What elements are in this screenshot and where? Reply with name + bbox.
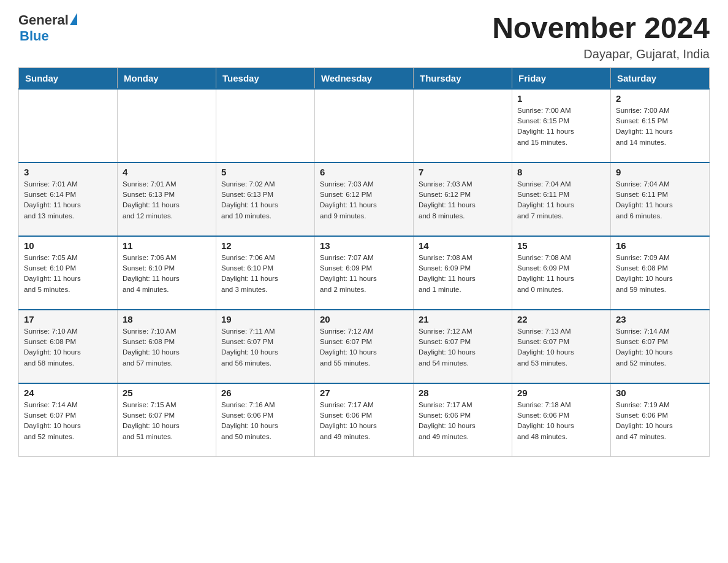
calendar-row: 24Sunrise: 7:14 AMSunset: 6:07 PMDayligh…	[19, 383, 710, 457]
weekday-header-friday: Friday	[512, 67, 611, 89]
day-info: Sunrise: 7:08 AMSunset: 6:09 PMDaylight:…	[517, 253, 605, 295]
calendar-cell: 26Sunrise: 7:16 AMSunset: 6:06 PMDayligh…	[216, 383, 315, 457]
day-number: 15	[517, 240, 605, 251]
day-info: Sunrise: 7:00 AMSunset: 6:15 PMDaylight:…	[616, 105, 704, 148]
day-number: 29	[517, 388, 605, 398]
day-number: 16	[616, 240, 704, 251]
day-info: Sunrise: 7:01 AMSunset: 6:13 PMDaylight:…	[123, 179, 211, 221]
weekday-header-tuesday: Tuesday	[216, 67, 315, 89]
day-info: Sunrise: 7:01 AMSunset: 6:14 PMDaylight:…	[24, 179, 112, 221]
day-number: 23	[616, 314, 704, 324]
logo: General Blue	[18, 12, 77, 44]
calendar-cell: 17Sunrise: 7:10 AMSunset: 6:08 PMDayligh…	[19, 310, 118, 383]
weekday-row: SundayMondayTuesdayWednesdayThursdayFrid…	[19, 67, 710, 89]
calendar-cell: 11Sunrise: 7:06 AMSunset: 6:10 PMDayligh…	[118, 236, 216, 310]
day-number: 6	[320, 167, 408, 177]
day-number: 26	[221, 388, 309, 398]
logo-blue-text: Blue	[20, 28, 49, 44]
day-info: Sunrise: 7:03 AMSunset: 6:12 PMDaylight:…	[320, 179, 408, 221]
location-text: Dayapar, Gujarat, India	[492, 47, 710, 61]
day-number: 30	[616, 388, 704, 398]
calendar-cell: 30Sunrise: 7:19 AMSunset: 6:06 PMDayligh…	[611, 383, 710, 457]
day-number: 14	[419, 240, 507, 251]
calendar-table: SundayMondayTuesdayWednesdayThursdayFrid…	[18, 67, 710, 458]
calendar-cell: 7Sunrise: 7:03 AMSunset: 6:12 PMDaylight…	[414, 163, 512, 236]
calendar-cell: 22Sunrise: 7:13 AMSunset: 6:07 PMDayligh…	[512, 310, 611, 383]
day-info: Sunrise: 7:14 AMSunset: 6:07 PMDaylight:…	[24, 400, 112, 442]
calendar-cell: 15Sunrise: 7:08 AMSunset: 6:09 PMDayligh…	[512, 236, 611, 310]
calendar-cell: 18Sunrise: 7:10 AMSunset: 6:08 PMDayligh…	[118, 310, 216, 383]
calendar-row: 1Sunrise: 7:00 AMSunset: 6:15 PMDaylight…	[19, 89, 710, 163]
calendar-cell	[216, 89, 315, 163]
day-number: 8	[517, 167, 605, 177]
calendar-body: 1Sunrise: 7:00 AMSunset: 6:15 PMDaylight…	[19, 89, 710, 457]
weekday-header-thursday: Thursday	[414, 67, 512, 89]
day-number: 20	[320, 314, 408, 324]
page-header: General Blue November 2024 Dayapar, Guja…	[18, 12, 710, 61]
day-number: 25	[123, 388, 211, 398]
calendar-cell: 5Sunrise: 7:02 AMSunset: 6:13 PMDaylight…	[216, 163, 315, 236]
day-number: 10	[24, 240, 112, 251]
day-number: 21	[419, 314, 507, 324]
day-number: 28	[419, 388, 507, 398]
day-number: 22	[517, 314, 605, 324]
calendar-cell	[414, 89, 512, 163]
logo-general-text: General	[18, 12, 69, 28]
calendar-cell: 19Sunrise: 7:11 AMSunset: 6:07 PMDayligh…	[216, 310, 315, 383]
day-info: Sunrise: 7:10 AMSunset: 6:08 PMDaylight:…	[123, 326, 211, 369]
day-info: Sunrise: 7:10 AMSunset: 6:08 PMDaylight:…	[24, 326, 112, 369]
calendar-cell: 12Sunrise: 7:06 AMSunset: 6:10 PMDayligh…	[216, 236, 315, 310]
day-info: Sunrise: 7:14 AMSunset: 6:07 PMDaylight:…	[616, 326, 704, 369]
calendar-cell: 4Sunrise: 7:01 AMSunset: 6:13 PMDaylight…	[118, 163, 216, 236]
calendar-cell: 25Sunrise: 7:15 AMSunset: 6:07 PMDayligh…	[118, 383, 216, 457]
calendar-cell	[19, 89, 118, 163]
day-number: 9	[616, 167, 704, 177]
calendar-row: 10Sunrise: 7:05 AMSunset: 6:10 PMDayligh…	[19, 236, 710, 310]
calendar-header: SundayMondayTuesdayWednesdayThursdayFrid…	[19, 67, 710, 89]
calendar-cell: 13Sunrise: 7:07 AMSunset: 6:09 PMDayligh…	[315, 236, 414, 310]
calendar-cell: 21Sunrise: 7:12 AMSunset: 6:07 PMDayligh…	[414, 310, 512, 383]
day-info: Sunrise: 7:07 AMSunset: 6:09 PMDaylight:…	[320, 253, 408, 295]
day-info: Sunrise: 7:09 AMSunset: 6:08 PMDaylight:…	[616, 253, 704, 295]
calendar-cell	[118, 89, 216, 163]
calendar-cell: 14Sunrise: 7:08 AMSunset: 6:09 PMDayligh…	[414, 236, 512, 310]
day-info: Sunrise: 7:15 AMSunset: 6:07 PMDaylight:…	[123, 400, 211, 442]
day-info: Sunrise: 7:16 AMSunset: 6:06 PMDaylight:…	[221, 400, 309, 442]
day-number: 7	[419, 167, 507, 177]
calendar-cell	[315, 89, 414, 163]
day-info: Sunrise: 7:04 AMSunset: 6:11 PMDaylight:…	[517, 179, 605, 221]
day-info: Sunrise: 7:19 AMSunset: 6:06 PMDaylight:…	[616, 400, 704, 442]
calendar-cell: 23Sunrise: 7:14 AMSunset: 6:07 PMDayligh…	[611, 310, 710, 383]
day-number: 13	[320, 240, 408, 251]
day-info: Sunrise: 7:06 AMSunset: 6:10 PMDaylight:…	[221, 253, 309, 295]
day-info: Sunrise: 7:17 AMSunset: 6:06 PMDaylight:…	[419, 400, 507, 442]
day-info: Sunrise: 7:12 AMSunset: 6:07 PMDaylight:…	[419, 326, 507, 369]
day-number: 24	[24, 388, 112, 398]
day-number: 4	[123, 167, 211, 177]
day-number: 2	[616, 93, 704, 104]
calendar-cell: 20Sunrise: 7:12 AMSunset: 6:07 PMDayligh…	[315, 310, 414, 383]
day-number: 5	[221, 167, 309, 177]
calendar-cell: 29Sunrise: 7:18 AMSunset: 6:06 PMDayligh…	[512, 383, 611, 457]
day-info: Sunrise: 7:00 AMSunset: 6:15 PMDaylight:…	[517, 105, 605, 148]
logo-triangle-icon	[70, 13, 77, 25]
day-number: 11	[123, 240, 211, 251]
day-info: Sunrise: 7:18 AMSunset: 6:06 PMDaylight:…	[517, 400, 605, 442]
day-info: Sunrise: 7:03 AMSunset: 6:12 PMDaylight:…	[419, 179, 507, 221]
day-info: Sunrise: 7:11 AMSunset: 6:07 PMDaylight:…	[221, 326, 309, 369]
weekday-header-saturday: Saturday	[611, 67, 710, 89]
day-number: 12	[221, 240, 309, 251]
calendar-cell: 1Sunrise: 7:00 AMSunset: 6:15 PMDaylight…	[512, 89, 611, 163]
calendar-row: 3Sunrise: 7:01 AMSunset: 6:14 PMDaylight…	[19, 163, 710, 236]
day-info: Sunrise: 7:05 AMSunset: 6:10 PMDaylight:…	[24, 253, 112, 295]
calendar-row: 17Sunrise: 7:10 AMSunset: 6:08 PMDayligh…	[19, 310, 710, 383]
weekday-header-wednesday: Wednesday	[315, 67, 414, 89]
day-number: 1	[517, 93, 605, 104]
day-info: Sunrise: 7:06 AMSunset: 6:10 PMDaylight:…	[123, 253, 211, 295]
day-info: Sunrise: 7:17 AMSunset: 6:06 PMDaylight:…	[320, 400, 408, 442]
day-info: Sunrise: 7:13 AMSunset: 6:07 PMDaylight:…	[517, 326, 605, 369]
day-number: 17	[24, 314, 112, 324]
calendar-cell: 24Sunrise: 7:14 AMSunset: 6:07 PMDayligh…	[19, 383, 118, 457]
calendar-cell: 27Sunrise: 7:17 AMSunset: 6:06 PMDayligh…	[315, 383, 414, 457]
calendar-cell: 2Sunrise: 7:00 AMSunset: 6:15 PMDaylight…	[611, 89, 710, 163]
